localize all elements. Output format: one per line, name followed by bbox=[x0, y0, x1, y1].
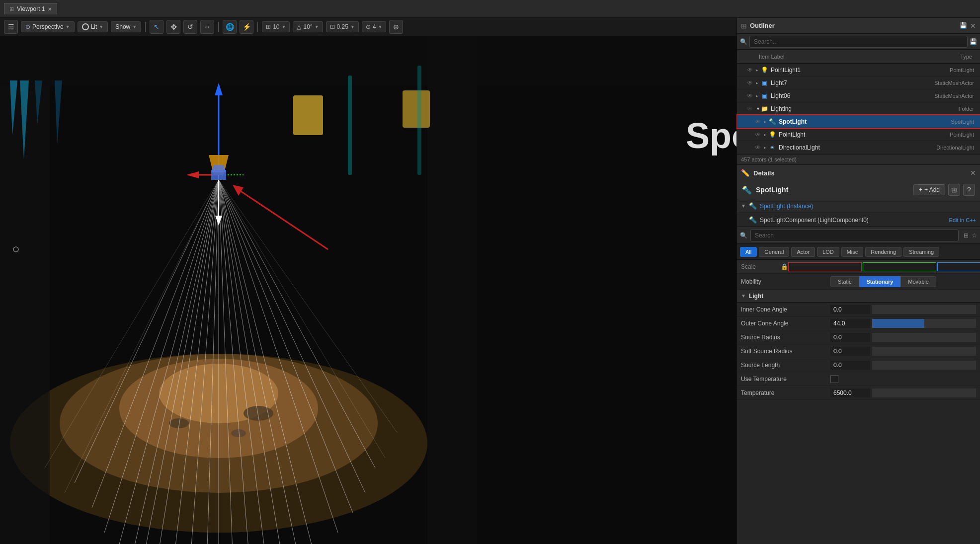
details-content[interactable]: Scale 🔒 Mobility Static Stati bbox=[737, 260, 980, 544]
svg-point-5 bbox=[244, 406, 273, 421]
stationary-mobility-button[interactable]: Stationary bbox=[859, 276, 901, 287]
details-search-bar: 🔍 ⊞ ☆ bbox=[737, 227, 980, 244]
soft-source-radius-slider[interactable] bbox=[872, 347, 976, 356]
outliner-close-icon[interactable]: ✕ bbox=[970, 22, 976, 30]
inner-cone-angle-input[interactable] bbox=[830, 305, 870, 314]
list-item[interactable]: 👁 ▸ ▣ Light7 StaticMeshActor bbox=[737, 77, 980, 89]
camera-speed-chevron-icon: ▼ bbox=[378, 24, 383, 29]
soft-source-radius-input[interactable] bbox=[830, 347, 870, 356]
tab-general[interactable]: General bbox=[759, 247, 789, 257]
camera-speed-button[interactable]: ⊙ 4 ▼ bbox=[362, 21, 387, 32]
select-tool-icon[interactable]: ↖ bbox=[150, 20, 163, 34]
list-item[interactable]: 👁 ▼ 📁 Lighting Folder bbox=[737, 102, 980, 115]
outer-cone-angle-input[interactable] bbox=[830, 319, 870, 328]
source-length-slider[interactable] bbox=[872, 361, 976, 370]
details-grid-icon[interactable]: ⊞ bbox=[964, 232, 969, 239]
temperature-input[interactable] bbox=[830, 389, 870, 397]
scale-z-input[interactable] bbox=[937, 262, 980, 271]
lit-button[interactable]: Lit ▼ bbox=[78, 21, 108, 32]
angle-button[interactable]: △ 10° ▼ bbox=[293, 21, 323, 32]
collapse-icon: ▼ bbox=[756, 106, 760, 111]
actor-title-row: 🔦 SpotLight + + Add ⊞ ? bbox=[737, 181, 980, 199]
tab-streaming[interactable]: Streaming bbox=[903, 247, 939, 257]
help-icon[interactable]: ? bbox=[963, 184, 975, 196]
tab-rendering[interactable]: Rendering bbox=[865, 247, 901, 257]
scale-snap-button[interactable]: ⊡ 0.25 ▼ bbox=[326, 21, 359, 32]
use-temperature-checkbox[interactable] bbox=[830, 375, 838, 383]
visibility-icon[interactable]: 👁 bbox=[747, 79, 756, 86]
edit-in-cpp-link[interactable]: Edit in C++ bbox=[949, 217, 976, 223]
tab-misc[interactable]: Misc bbox=[841, 247, 864, 257]
source-radius-input[interactable] bbox=[830, 333, 870, 342]
expand-icon: ▸ bbox=[764, 119, 768, 124]
outer-cone-angle-slider[interactable] bbox=[872, 319, 976, 328]
scene-canvas[interactable]: SpotLight bbox=[0, 36, 736, 544]
list-item[interactable]: 👁 ▸ 💡 PointLight1 PointLight bbox=[737, 64, 980, 77]
details-search-input[interactable] bbox=[750, 230, 959, 241]
grid-size-button[interactable]: ⊞ 10 ▼ bbox=[262, 21, 290, 32]
use-temperature-label: Use Temperature bbox=[741, 376, 830, 383]
visibility-icon[interactable]: 👁 bbox=[747, 67, 756, 74]
search-icon: 🔍 bbox=[740, 38, 747, 45]
visibility-icon[interactable]: 👁 bbox=[755, 144, 764, 151]
visibility-icon[interactable]: 👁 bbox=[747, 92, 756, 99]
hamburger-menu-icon[interactable]: ☰ bbox=[4, 20, 18, 34]
item-label: Light7 bbox=[769, 79, 913, 86]
inner-cone-angle-slider[interactable] bbox=[872, 305, 976, 314]
visibility-icon[interactable]: 👁 bbox=[747, 105, 756, 112]
tab-close-icon[interactable]: ✕ bbox=[48, 6, 52, 12]
viewport-toolbar: ☰ ⊙ Perspective ▼ Lit ▼ Show ▼ ↖ ✥ bbox=[0, 18, 736, 36]
toolbar-separator-3 bbox=[257, 22, 258, 32]
staticmesh-icon: ▣ bbox=[760, 79, 769, 86]
source-radius-slider[interactable] bbox=[872, 333, 976, 342]
outer-cone-angle-row: Outer Cone Angle bbox=[737, 316, 980, 330]
toolbar-separator-1 bbox=[145, 22, 146, 32]
movable-mobility-button[interactable]: Movable bbox=[900, 276, 936, 287]
static-mobility-button[interactable]: Static bbox=[830, 276, 859, 287]
world-icon[interactable]: 🌐 bbox=[223, 20, 237, 34]
instance-label: SpotLight (Instance) bbox=[760, 203, 813, 210]
instance-row[interactable]: ▼ 🔦 SpotLight (Instance) bbox=[737, 199, 980, 213]
outliner-search-bar: 🔍 💾 bbox=[737, 34, 980, 50]
list-item[interactable]: 👁 ▸ 🔦 SpotLight SpotLight bbox=[737, 115, 980, 128]
scale-label: Scale bbox=[741, 263, 781, 270]
visibility-icon[interactable]: 👁 bbox=[755, 131, 764, 138]
tab-lod[interactable]: LOD bbox=[817, 247, 839, 257]
tab-all[interactable]: All bbox=[740, 247, 757, 257]
details-star-icon[interactable]: ☆ bbox=[972, 232, 977, 239]
layout-icon[interactable]: ⊞ bbox=[948, 184, 960, 196]
viewport[interactable]: ☰ ⊙ Perspective ▼ Lit ▼ Show ▼ ↖ ✥ bbox=[0, 18, 736, 544]
scale-snap-value: 0.25 bbox=[337, 23, 348, 30]
temperature-row: Temperature bbox=[737, 386, 980, 400]
outliner-search-input[interactable] bbox=[749, 36, 968, 48]
outliner-save-icon[interactable]: 💾 bbox=[960, 22, 967, 30]
outliner-add-icon[interactable]: 💾 bbox=[970, 38, 977, 45]
details-panel-title: Details bbox=[753, 169, 775, 177]
component-row[interactable]: 🔦 SpotLightComponent (LightComponent0) E… bbox=[737, 213, 980, 227]
list-item[interactable]: 👁 ▸ 💡 PointLight PointLight bbox=[737, 128, 980, 141]
source-length-input[interactable] bbox=[830, 361, 870, 370]
item-type: StaticMeshActor bbox=[913, 93, 978, 99]
source-length-label: Source Length bbox=[741, 362, 830, 369]
visibility-icon[interactable]: 👁 bbox=[755, 118, 764, 125]
list-item[interactable]: 👁 ▸ ▣ Light06 StaticMeshActor bbox=[737, 89, 980, 102]
scale-y-input[interactable] bbox=[863, 262, 936, 271]
rotate-tool-icon[interactable]: ↺ bbox=[183, 20, 197, 34]
translate-tool-icon[interactable]: ✥ bbox=[166, 20, 180, 34]
temperature-slider[interactable] bbox=[872, 389, 976, 397]
details-filter-tabs: All General Actor LOD Misc Rendering Str… bbox=[737, 244, 980, 260]
list-item[interactable]: 👁 ▸ ✴ DirectionalLight DirectionalLight bbox=[737, 141, 980, 154]
scale-tool-icon[interactable]: ↔ bbox=[200, 20, 214, 34]
scale-x-input[interactable] bbox=[788, 262, 862, 271]
lock-icon[interactable]: 🔒 bbox=[781, 263, 788, 270]
details-close-icon[interactable]: ✕ bbox=[970, 169, 976, 177]
maximize-viewport-icon[interactable]: ⊕ bbox=[389, 20, 403, 34]
viewport-tab[interactable]: ⊞ Viewport 1 ✕ bbox=[4, 3, 57, 14]
svg-marker-32 bbox=[211, 165, 226, 172]
tab-actor[interactable]: Actor bbox=[791, 247, 815, 257]
perspective-button[interactable]: ⊙ Perspective ▼ bbox=[21, 21, 75, 32]
surface-snap-icon[interactable]: ⚡ bbox=[240, 20, 253, 34]
light-section-header[interactable]: ▼ Light bbox=[737, 290, 980, 303]
show-button[interactable]: Show ▼ bbox=[111, 21, 141, 32]
add-component-button[interactable]: + + Add bbox=[913, 184, 945, 195]
